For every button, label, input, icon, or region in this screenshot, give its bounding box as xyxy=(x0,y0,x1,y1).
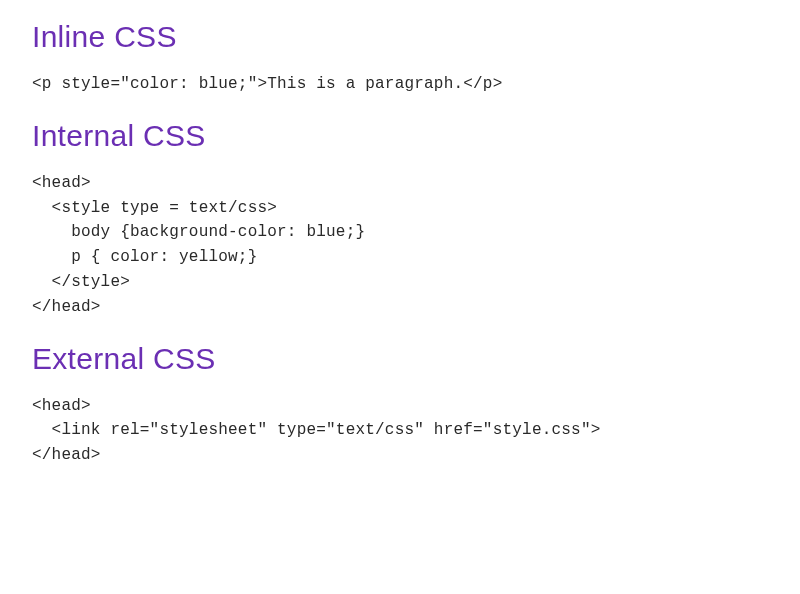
code-internal-css: <head> <style type = text/css> body {bac… xyxy=(32,171,768,320)
heading-inline-css: Inline CSS xyxy=(32,20,768,54)
code-external-css: <head> <link rel="stylesheet" type="text… xyxy=(32,394,768,468)
code-inline-css: <p style="color: blue;">This is a paragr… xyxy=(32,72,768,97)
heading-external-css: External CSS xyxy=(32,342,768,376)
heading-internal-css: Internal CSS xyxy=(32,119,768,153)
